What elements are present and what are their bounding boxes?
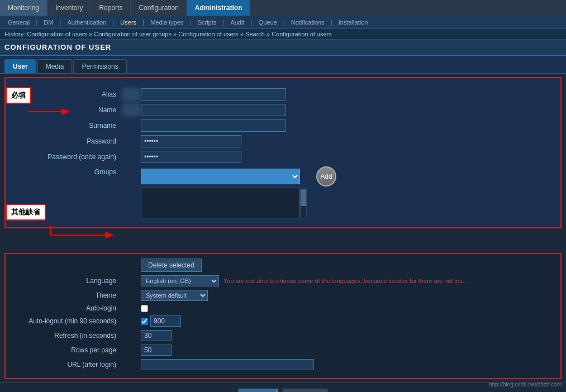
- alias-blurred: [123, 89, 140, 100]
- subnav-audit[interactable]: Audit: [225, 16, 250, 28]
- delete-selected-button[interactable]: Delete selected: [141, 259, 202, 272]
- nav-inventory[interactable]: Inventory: [47, 0, 91, 16]
- language-row: Language English (en_GB) You are not abl…: [11, 275, 555, 286]
- tab-media[interactable]: Media: [37, 59, 73, 73]
- url-label: URL (after login): [11, 361, 123, 369]
- name-row: Name: [11, 104, 555, 116]
- subnav-general[interactable]: General: [2, 16, 35, 28]
- add-group-button[interactable]: Add: [316, 166, 336, 187]
- refresh-row: Refresh (in seconds): [11, 330, 555, 341]
- breadcrumb: History: Configuration of users » Config…: [0, 29, 566, 40]
- footer-buttons: Save Cancel: [0, 383, 566, 392]
- rows-per-page-row: Rows per page: [11, 345, 555, 356]
- subnav-users[interactable]: Users: [115, 16, 142, 28]
- cancel-button[interactable]: Cancel: [283, 389, 327, 392]
- nav-configuration[interactable]: Configuration: [131, 0, 187, 16]
- refresh-input[interactable]: [141, 330, 172, 341]
- watermark: http://blog.csdn.net/zbzh.com: [489, 381, 562, 388]
- subnav-authentication[interactable]: Authentication: [62, 16, 112, 28]
- groups-container: [141, 169, 314, 184]
- auto-login-checkbox[interactable]: [141, 305, 148, 312]
- alias-input[interactable]: [141, 88, 286, 101]
- url-row: URL (after login): [11, 359, 555, 370]
- groups-scrollbar-thumb: [301, 189, 306, 206]
- groups-input-row: Add: [141, 166, 336, 187]
- auto-logout-input[interactable]: [150, 315, 181, 327]
- surname-input[interactable]: [141, 119, 286, 132]
- subnav-media-types[interactable]: Media types: [145, 16, 189, 28]
- theme-select[interactable]: System default: [141, 290, 208, 301]
- subnav-notifications[interactable]: Notifications: [286, 16, 330, 28]
- surname-label: Surname: [11, 122, 123, 130]
- auto-logout-label: Auto-logout (min 90 seconds): [11, 317, 123, 325]
- password-again-row: Password (once again): [11, 151, 555, 163]
- theme-row: Theme System default: [11, 290, 555, 301]
- url-input[interactable]: [141, 359, 314, 370]
- main-content: 必填 Alias Name Surname Pas: [0, 77, 566, 379]
- password-again-input[interactable]: [141, 151, 241, 163]
- groups-label: Groups: [11, 166, 123, 176]
- theme-label: Theme: [11, 291, 123, 299]
- language-select[interactable]: English (en_GB): [141, 275, 219, 286]
- groups-select[interactable]: [141, 169, 300, 184]
- nav-monitoring[interactable]: Monitoring: [0, 0, 47, 16]
- auto-logout-row: Auto-logout (min 90 seconds): [11, 315, 555, 327]
- password-row: Password: [11, 135, 555, 147]
- name-input[interactable]: [141, 104, 286, 116]
- refresh-label: Refresh (in seconds): [11, 332, 123, 340]
- language-warning: You are not able to choose some of the l…: [223, 278, 468, 284]
- groups-field-area: Add: [141, 166, 336, 218]
- rows-per-page-label: Rows per page: [11, 346, 123, 354]
- tab-user[interactable]: User: [4, 59, 36, 73]
- top-navigation: Monitoring Inventory Reports Configurati…: [0, 0, 566, 16]
- page-header: CONFIGURATION OF USER: [0, 40, 566, 56]
- delete-row: Delete selected: [11, 259, 555, 272]
- section-spacer: 其他缺省: [0, 232, 566, 236]
- groups-list: [141, 188, 300, 218]
- groups-list-area: [141, 188, 336, 218]
- surname-row: Surname: [11, 119, 555, 132]
- other-defaults-annotation: 其他缺省: [6, 204, 117, 241]
- name-blurred: [123, 104, 140, 116]
- second-navigation: General | DM | Authentication | Users | …: [0, 16, 566, 29]
- password-label: Password: [11, 137, 123, 145]
- nav-administration[interactable]: Administration: [187, 0, 251, 16]
- required-annotation-box: 必填: [6, 87, 73, 119]
- auto-login-label: Auto-login: [11, 304, 123, 312]
- alias-row: Alias: [11, 88, 555, 101]
- other-defaults-arrow-icon: [50, 223, 117, 240]
- required-arrow-icon: [28, 106, 73, 117]
- subnav-queue[interactable]: Queue: [253, 16, 283, 28]
- nav-reports[interactable]: Reports: [91, 0, 131, 16]
- language-label: Language: [11, 277, 123, 285]
- subnav-dm[interactable]: DM: [38, 16, 59, 28]
- subnav-scripts[interactable]: Scripts: [192, 16, 222, 28]
- save-button[interactable]: Save: [239, 389, 277, 392]
- tab-permissions[interactable]: Permissions: [73, 59, 126, 73]
- page-title: CONFIGURATION OF USER: [4, 43, 562, 51]
- tabs-bar: User Media Permissions: [0, 56, 566, 74]
- password-again-label: Password (once again): [11, 153, 123, 161]
- other-defaults-section: Delete selected Language English (en_GB)…: [4, 253, 562, 379]
- rows-per-page-input[interactable]: [141, 345, 172, 356]
- subnav-installation[interactable]: Installation: [333, 16, 374, 28]
- groups-scrollbar[interactable]: [300, 188, 307, 218]
- auto-logout-checkbox[interactable]: [141, 318, 148, 325]
- auto-login-row: Auto-login: [11, 304, 555, 312]
- password-input[interactable]: [141, 135, 241, 147]
